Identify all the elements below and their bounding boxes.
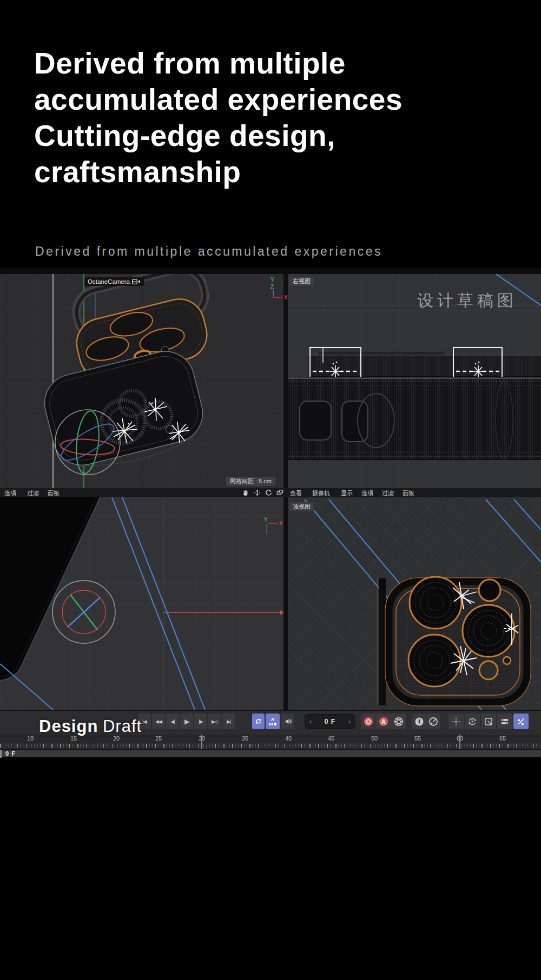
- mouse-icon: [414, 717, 424, 726]
- loop-playback-button[interactable]: [252, 714, 265, 729]
- gauge-icon: [428, 717, 438, 726]
- next-key-button[interactable]: ▶◇: [208, 714, 221, 729]
- rotate-gizmo[interactable]: [52, 581, 115, 643]
- menu-options-left[interactable]: 选项: [4, 489, 16, 497]
- keyframe-selection-button[interactable]: [391, 714, 406, 729]
- ruler-number: 45: [328, 735, 334, 742]
- page-title-line: Cutting-edge design,: [34, 118, 456, 154]
- frame-prev-arrow[interactable]: ‹: [309, 718, 312, 725]
- timeline-slider[interactable]: 0 F: [0, 749, 541, 757]
- camera-lens: [410, 577, 461, 629]
- menu-panel[interactable]: 面板: [403, 489, 414, 497]
- menu-options[interactable]: 选项: [361, 489, 373, 497]
- page-title-line: accumulated experiences: [34, 82, 456, 118]
- autokey-letter: A: [271, 717, 275, 722]
- viewport-front-view[interactable]: [0, 497, 283, 710]
- sketch-watermark: 设计草稿图: [417, 290, 517, 312]
- front-view-canvas[interactable]: [0, 497, 283, 710]
- axis-y-label: Y: [264, 517, 268, 523]
- menu-panel-left[interactable]: 面板: [48, 489, 60, 497]
- axis-x-label: X: [284, 295, 288, 301]
- menu-filter[interactable]: 过滤: [382, 489, 394, 497]
- ruler-number: 25: [155, 735, 162, 742]
- ruler-number: 40: [285, 735, 292, 742]
- menu-camera[interactable]: 摄像机: [312, 489, 330, 497]
- frame-field[interactable]: ‹ 0 F ›: [305, 714, 355, 729]
- key-scale-toggle[interactable]: [481, 714, 496, 729]
- scale-icon: [484, 717, 493, 726]
- page-title-line: Derived from multiple: [34, 45, 456, 82]
- autokey-record-button[interactable]: A: [376, 714, 391, 729]
- ruler-number: 55: [414, 735, 421, 742]
- previous-frame-button[interactable]: ◀|: [166, 714, 179, 729]
- draft-word: Draft: [103, 717, 142, 736]
- design-draft-overlay: Design Draft: [39, 717, 142, 736]
- gear-icon: [393, 716, 404, 727]
- menu-view[interactable]: 查看: [290, 489, 302, 497]
- jump-to-end-button[interactable]: ▶|: [222, 714, 235, 729]
- viewport-right-view[interactable]: 右视图 设计草稿图: [288, 274, 541, 488]
- menu-display[interactable]: 显示: [341, 489, 353, 497]
- viewport-perspective[interactable]: OctaneCamera: [0, 274, 283, 488]
- workspace-top-strip: [0, 268, 541, 274]
- ruler-number: 10: [27, 735, 34, 742]
- page-title: Derived from multiple accumulated experi…: [34, 45, 456, 190]
- ruler-number: 50: [371, 735, 378, 742]
- mic-circle: [503, 657, 511, 664]
- flash-circle: [479, 579, 500, 601]
- parameter-bars-icon: [500, 717, 510, 726]
- pla-slash-icon: [516, 717, 526, 726]
- position-icon: [451, 717, 461, 726]
- rotation-icon: [467, 717, 477, 726]
- phone-side-profile: [288, 351, 541, 459]
- zoom-updown-icon[interactable]: [253, 489, 261, 497]
- next-frame-button[interactable]: |▶: [194, 714, 207, 729]
- timeline-marker: [459, 735, 460, 749]
- view-label-right[interactable]: 右视图: [289, 277, 314, 286]
- record-keyframe-icon: [363, 716, 374, 727]
- perspective-canvas[interactable]: [0, 274, 283, 488]
- frame-value: 0 F: [325, 718, 335, 725]
- menu-filter-left[interactable]: 过滤: [27, 489, 39, 497]
- camera-label[interactable]: OctaneCamera: [84, 277, 144, 286]
- camera-module: [378, 577, 530, 705]
- key-position-toggle[interactable]: [448, 714, 464, 729]
- ruler-number: 65: [499, 735, 506, 742]
- axis-gizmo-yzx: Y Z X: [268, 276, 290, 302]
- autokey-record-icon: A: [378, 716, 389, 727]
- timeline-marker: [201, 735, 202, 749]
- page-title-line: craftsmanship: [34, 154, 456, 190]
- camera-icon: [132, 279, 141, 284]
- camera-lens: [408, 635, 460, 686]
- slider-nub[interactable]: [0, 750, 2, 758]
- previous-key-button[interactable]: ◀◀: [152, 714, 165, 729]
- record-position-button[interactable]: [412, 714, 426, 729]
- axis-gizmo-yx: Y X: [263, 515, 286, 535]
- grid-spacing-label-5cm: 网格间距 : 5 cm: [226, 477, 275, 486]
- view-label-top[interactable]: 顶视图: [289, 502, 314, 511]
- record-letter: A: [381, 718, 386, 725]
- toggle-view-icon[interactable]: [276, 489, 284, 497]
- record-keyframe-button[interactable]: [361, 714, 375, 729]
- axis-z-label: Z: [270, 284, 274, 290]
- viewport-divider[interactable]: [283, 274, 288, 488]
- viewport-top-view[interactable]: 顶视图: [288, 497, 541, 710]
- key-parameter-toggle[interactable]: [497, 714, 512, 729]
- sound-button[interactable]: [281, 714, 294, 729]
- key-rotation-toggle[interactable]: [465, 714, 480, 729]
- viewport-menubar: 选项 过滤 面板 查看 摄像机 显示 选项 过滤 面板: [0, 488, 541, 497]
- loop-icon: [254, 717, 262, 725]
- speaker-icon: [284, 717, 292, 725]
- frame-next-arrow[interactable]: ›: [348, 718, 351, 725]
- record-parameter-button[interactable]: [426, 714, 440, 729]
- autokey-button[interactable]: A: [266, 714, 280, 729]
- current-frame-label: 0 F: [5, 750, 16, 757]
- design-word: Design: [39, 717, 98, 736]
- pan-hand-icon[interactable]: [242, 489, 250, 497]
- key-pla-toggle[interactable]: [513, 714, 529, 729]
- top-view-canvas[interactable]: [288, 497, 541, 710]
- axis-y-label: Y: [270, 277, 274, 283]
- rotate-view-icon[interactable]: [265, 489, 273, 497]
- page-subtitle: Derived from multiple accumulated experi…: [35, 244, 382, 259]
- play-button[interactable]: ▶: [180, 714, 193, 729]
